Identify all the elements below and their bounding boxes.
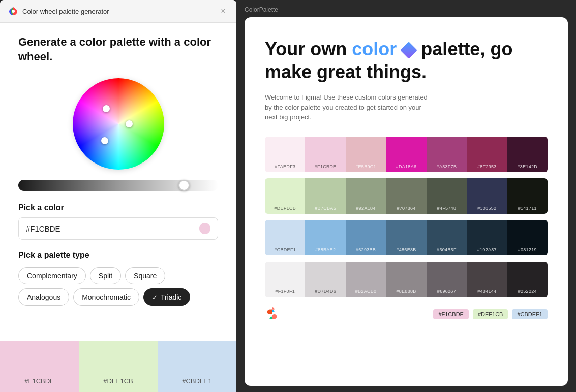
color-row-0: #FAEDF3#F1CBDE#E5B9C1#DA18A6#A33F7B#8F29… xyxy=(265,137,548,172)
color-cell-label: #A33F7B xyxy=(437,164,457,169)
color-cell-label: #8E888B xyxy=(396,289,416,294)
slider-thumb[interactable] xyxy=(178,180,190,191)
preview-swatch: #CBDEF1 xyxy=(158,341,236,392)
preview-swatch-label: #CBDEF1 xyxy=(182,377,212,385)
color-cell-label: #F1CBDE xyxy=(315,164,337,169)
color-cell: #141711 xyxy=(507,178,548,214)
color-cell-label: #303552 xyxy=(477,206,496,211)
color-cell: #3E142D xyxy=(507,137,548,172)
color-cell-label: #6293BB xyxy=(356,247,376,252)
color-cell: #92A184 xyxy=(346,178,386,214)
color-cell: #F1F0F1 xyxy=(265,262,305,297)
color-cell-label: #92A184 xyxy=(356,206,375,211)
footer-color-badge: #F1CBDE xyxy=(433,309,469,319)
card-heading: Your own color palette, go make great th… xyxy=(265,38,548,83)
color-cell: #88BAE2 xyxy=(305,220,345,255)
color-cell: #484144 xyxy=(467,262,507,297)
palette-type-btn-split[interactable]: Split xyxy=(90,267,121,284)
card-subtitle: Welcome to Figma! Use these custom color… xyxy=(265,92,428,122)
color-wheel-dot-2[interactable] xyxy=(126,120,133,127)
color-cell-label: #F1F0F1 xyxy=(275,289,295,294)
color-cell-label: #484144 xyxy=(477,289,496,294)
color-cell-label: #696267 xyxy=(437,289,456,294)
right-panel-label: ColorPalette xyxy=(245,6,568,13)
color-cell-label: #FAEDF3 xyxy=(275,164,295,169)
close-button[interactable]: × xyxy=(218,6,228,16)
color-wheel-dot-1[interactable] xyxy=(103,105,110,112)
footer-color-badge: #CBDEF1 xyxy=(512,309,548,319)
color-cell: #A33F7B xyxy=(427,137,467,172)
color-cell: #D7D4D6 xyxy=(305,262,345,297)
palette-type-btn-analogous[interactable]: Analogous xyxy=(18,288,69,306)
color-cell: #4F5748 xyxy=(427,178,467,214)
color-cell: #DEF1CB xyxy=(265,178,305,214)
color-cell-label: #4F5748 xyxy=(437,206,457,211)
color-rows-container: #FAEDF3#F1CBDE#E5B9C1#DA18A6#A33F7B#8F29… xyxy=(265,137,548,297)
diamond-icon xyxy=(400,42,417,59)
color-hex-input[interactable] xyxy=(26,224,195,233)
color-cell-label: #707864 xyxy=(397,206,415,211)
color-cell-label: #3E142D xyxy=(517,164,537,169)
color-cell: #E5B9C1 xyxy=(346,137,386,172)
card-heading-color: color xyxy=(352,39,397,59)
app-icon xyxy=(8,6,18,16)
color-cell: #081219 xyxy=(507,220,548,255)
color-cell-label: #252224 xyxy=(518,289,537,294)
color-cell-label: #8F2953 xyxy=(477,164,497,169)
figma-logo xyxy=(265,307,279,321)
color-wheel-container xyxy=(18,78,218,170)
color-cell-label: #D7D4D6 xyxy=(315,289,336,294)
color-cell: #304B5F xyxy=(427,220,467,255)
color-row-1: #DEF1CB#B7CBA5#92A184#707864#4F5748#3035… xyxy=(265,178,548,214)
preview-swatch-label: #DEF1CB xyxy=(103,377,133,385)
color-cell: #303552 xyxy=(467,178,507,214)
color-cell: #F1CBDE xyxy=(305,137,345,172)
pick-color-label: Pick a color xyxy=(18,203,218,212)
color-row-3: #F1F0F1#D7D4D6#B2ACB0#8E888B#696267#4841… xyxy=(265,262,548,297)
svg-point-1 xyxy=(12,10,15,13)
palette-type-btn-complementary[interactable]: Complementary xyxy=(18,267,86,284)
color-swatch-preview xyxy=(199,223,210,234)
title-bar-left: Color wheel palette generator xyxy=(8,6,109,16)
color-cell-label: #DEF1CB xyxy=(274,206,296,211)
color-wheel-dot-3[interactable] xyxy=(101,137,108,144)
color-cell: #486E8B xyxy=(386,220,426,255)
color-cell: #B7CBA5 xyxy=(305,178,345,214)
color-cell-label: #081219 xyxy=(518,247,537,252)
color-cell: #FAEDF3 xyxy=(265,137,305,172)
color-cell: #707864 xyxy=(386,178,426,214)
color-cell-label: #DA18A6 xyxy=(396,164,417,169)
window-title: Color wheel palette generator xyxy=(22,8,109,15)
left-panel: Color wheel palette generator × Generate… xyxy=(0,0,236,392)
right-panel: ColorPalette Your own color palette, go … xyxy=(236,0,576,392)
palette-type-btn-monochromatic[interactable]: Monochromatic xyxy=(73,288,139,306)
card-footer: #F1CBDE#DEF1CB#CBDEF1 xyxy=(265,307,548,321)
color-cell: #B2ACB0 xyxy=(346,262,386,297)
checkmark-icon: ✓ xyxy=(152,293,158,301)
color-input-row xyxy=(18,217,218,240)
color-cell-label: #E5B9C1 xyxy=(355,164,376,169)
color-cell: #252224 xyxy=(507,262,548,297)
color-row-2: #CBDEF1#88BAE2#6293BB#486E8B#304B5F#192A… xyxy=(265,220,548,255)
color-cell: #8E888B xyxy=(386,262,426,297)
palette-type-btn-square[interactable]: Square xyxy=(125,267,165,284)
palette-type-btn-triadic[interactable]: ✓ Triadic xyxy=(143,288,191,306)
color-cell-label: #486E8B xyxy=(396,247,416,252)
panel-content: Generate a color palette with a color wh… xyxy=(0,23,236,324)
color-cell-label: #141711 xyxy=(518,206,537,211)
footer-color-badge: #DEF1CB xyxy=(473,309,508,319)
color-cell-label: #B7CBA5 xyxy=(315,206,336,211)
title-bar: Color wheel palette generator × xyxy=(0,0,236,23)
slider-container xyxy=(18,180,218,191)
brightness-slider[interactable] xyxy=(18,180,218,191)
preview-swatches: #F1CBDE#DEF1CB#CBDEF1 xyxy=(0,341,236,392)
color-cell: #696267 xyxy=(427,262,467,297)
color-cell: #6293BB xyxy=(346,220,386,255)
color-cell: #192A37 xyxy=(467,220,507,255)
color-cell-label: #192A37 xyxy=(477,247,497,252)
color-cell: #8F2953 xyxy=(467,137,507,172)
color-wheel[interactable] xyxy=(73,78,164,170)
color-cell-label: #CBDEF1 xyxy=(274,247,296,252)
preview-swatch: #DEF1CB xyxy=(79,341,158,392)
color-cell-label: #88BAE2 xyxy=(315,247,336,252)
